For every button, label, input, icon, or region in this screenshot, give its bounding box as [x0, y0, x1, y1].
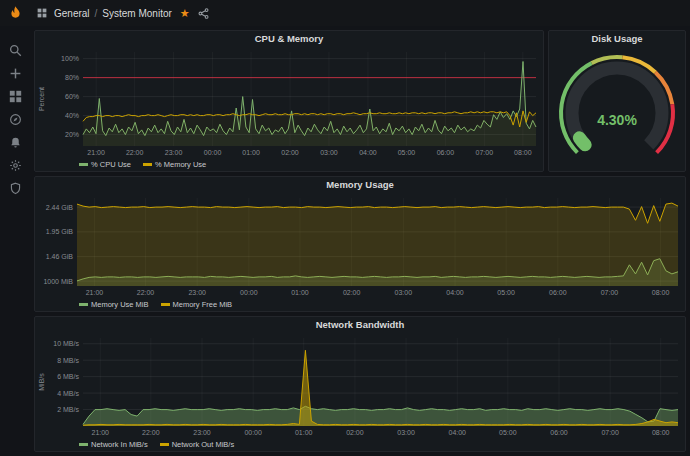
main-area: CPU & Memory 21:0022:0023:0000:0001:0002…: [0, 26, 690, 456]
svg-text:06:00: 06:00: [549, 289, 567, 296]
grafana-logo[interactable]: [0, 0, 30, 26]
network-bandwidth-legend: Network In MiB/sNetwork Out MiB/s: [35, 438, 685, 451]
svg-text:80%: 80%: [65, 74, 79, 81]
svg-text:6 MB/s: 6 MB/s: [57, 373, 79, 380]
legend-item[interactable]: % CPU Use: [79, 160, 131, 169]
legend-series-label: % CPU Use: [91, 160, 131, 169]
dashboard-content: CPU & Memory 21:0022:0023:0000:0001:0002…: [30, 26, 690, 456]
svg-text:21:00: 21:00: [86, 289, 104, 296]
svg-text:04:00: 04:00: [446, 289, 464, 296]
panel-cpu-memory: CPU & Memory 21:0022:0023:0000:0001:0002…: [34, 30, 544, 172]
svg-text:05:00: 05:00: [398, 149, 416, 156]
svg-text:05:00: 05:00: [497, 289, 515, 296]
svg-text:02:00: 02:00: [281, 149, 299, 156]
breadcrumb-folder[interactable]: General: [54, 8, 90, 19]
svg-text:100%: 100%: [61, 55, 79, 62]
svg-text:1.46 GiB: 1.46 GiB: [46, 253, 74, 260]
cpu-memory-chart[interactable]: 21:0022:0023:0000:0001:0002:0003:0004:00…: [35, 47, 543, 158]
legend-item[interactable]: % Memory Use: [143, 160, 206, 169]
memory-usage-legend: Memory Use MiBMemory Free MiB: [35, 298, 685, 311]
legend-item[interactable]: Network In MiB/s: [79, 440, 148, 449]
star-icon[interactable]: ★: [179, 8, 191, 19]
explore-compass-icon[interactable]: [9, 113, 22, 126]
svg-text:23:00: 23:00: [165, 149, 183, 156]
svg-text:1.95 GiB: 1.95 GiB: [46, 228, 74, 235]
panel-title-disk-usage[interactable]: Disk Usage: [549, 31, 685, 47]
panel-memory-usage: Memory Usage 21:0022:0023:0000:0001:0002…: [34, 176, 686, 312]
share-icon[interactable]: [198, 8, 209, 19]
disk-usage-gauge: 4.30%: [549, 47, 685, 171]
breadcrumb-separator: /: [95, 8, 98, 19]
legend-series-label: Memory Free MiB: [173, 300, 233, 309]
svg-text:22:00: 22:00: [137, 289, 155, 296]
svg-text:08:00: 08:00: [652, 429, 670, 436]
svg-text:02:00: 02:00: [343, 289, 361, 296]
svg-text:07:00: 07:00: [601, 289, 619, 296]
svg-text:Percent: Percent: [38, 87, 45, 111]
panel-title-network-bandwidth[interactable]: Network Bandwidth: [35, 317, 685, 333]
dashboards-icon[interactable]: [9, 90, 22, 103]
breadcrumb-dashboard-title: System Monitor: [102, 8, 171, 19]
alerting-bell-icon[interactable]: [9, 136, 22, 149]
svg-text:03:00: 03:00: [395, 289, 413, 296]
svg-text:04:00: 04:00: [448, 429, 466, 436]
plus-icon[interactable]: [9, 67, 22, 80]
panel-network-bandwidth: Network Bandwidth 21:0022:0023:0000:0001…: [34, 316, 686, 452]
legend-item[interactable]: Network Out MiB/s: [160, 440, 235, 449]
svg-text:MiB/s: MiB/s: [38, 373, 45, 391]
svg-text:2.44 GiB: 2.44 GiB: [46, 204, 74, 211]
svg-text:08:00: 08:00: [652, 289, 670, 296]
svg-text:04:00: 04:00: [359, 149, 377, 156]
legend-series-label: Network In MiB/s: [91, 440, 148, 449]
search-icon[interactable]: [9, 44, 22, 57]
svg-text:00:00: 00:00: [240, 289, 258, 296]
svg-text:1000 MiB: 1000 MiB: [43, 278, 73, 285]
sidebar: [0, 26, 30, 456]
panel-row-1: CPU & Memory 21:0022:0023:0000:0001:0002…: [34, 30, 686, 172]
svg-text:00:00: 00:00: [204, 149, 222, 156]
svg-text:03:00: 03:00: [320, 149, 338, 156]
svg-text:22:00: 22:00: [126, 149, 144, 156]
legend-series-label: Network Out MiB/s: [172, 440, 235, 449]
svg-text:01:00: 01:00: [295, 429, 313, 436]
shield-icon[interactable]: [9, 182, 22, 195]
panel-title-cpu-memory[interactable]: CPU & Memory: [35, 31, 543, 47]
svg-text:01:00: 01:00: [242, 149, 260, 156]
svg-text:4 MB/s: 4 MB/s: [57, 390, 79, 397]
svg-text:22:00: 22:00: [142, 429, 160, 436]
svg-text:01:00: 01:00: [291, 289, 309, 296]
svg-text:03:00: 03:00: [397, 429, 415, 436]
svg-text:07:00: 07:00: [601, 429, 619, 436]
breadcrumb: General / System Monitor: [54, 8, 172, 19]
svg-text:02:00: 02:00: [346, 429, 364, 436]
settings-gear-icon[interactable]: [9, 159, 22, 172]
legend-series-color: [79, 163, 88, 166]
svg-text:21:00: 21:00: [87, 149, 105, 156]
svg-text:8 MB/s: 8 MB/s: [57, 357, 79, 364]
svg-text:23:00: 23:00: [188, 289, 206, 296]
panel-disk-usage: Disk Usage 4.30%: [548, 30, 686, 172]
legend-series-color: [79, 303, 88, 306]
svg-text:60%: 60%: [65, 93, 79, 100]
cpu-memory-legend: % CPU Use% Memory Use: [35, 158, 543, 171]
svg-text:06:00: 06:00: [437, 149, 455, 156]
network-bandwidth-chart[interactable]: 21:0022:0023:0000:0001:0002:0003:0004:00…: [35, 333, 685, 438]
legend-series-color: [161, 303, 170, 306]
svg-text:23:00: 23:00: [193, 429, 211, 436]
legend-item[interactable]: Memory Use MiB: [79, 300, 149, 309]
grafana-flame-icon: [7, 5, 24, 22]
svg-text:08:00: 08:00: [514, 149, 532, 156]
svg-text:2 MB/s: 2 MB/s: [57, 406, 79, 413]
panel-title-memory-usage[interactable]: Memory Usage: [35, 177, 685, 193]
legend-item[interactable]: Memory Free MiB: [161, 300, 233, 309]
svg-text:10 MB/s: 10 MB/s: [53, 340, 79, 347]
top-navbar: General / System Monitor ★: [0, 0, 690, 26]
legend-series-color: [143, 163, 152, 166]
memory-usage-chart[interactable]: 21:0022:0023:0000:0001:0002:0003:0004:00…: [35, 193, 685, 298]
legend-series-color: [79, 443, 88, 446]
legend-series-label: Memory Use MiB: [91, 300, 149, 309]
svg-text:05:00: 05:00: [499, 429, 517, 436]
svg-text:07:00: 07:00: [476, 149, 494, 156]
legend-series-label: % Memory Use: [155, 160, 206, 169]
svg-text:00:00: 00:00: [244, 429, 262, 436]
